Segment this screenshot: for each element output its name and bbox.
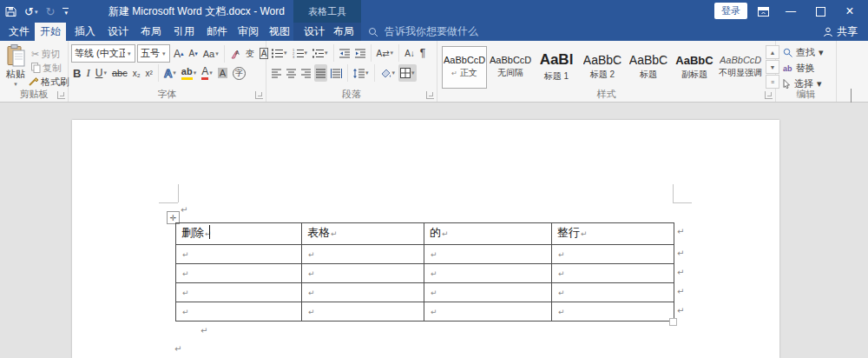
- quick-access-toolbar: ↺ ▾ ↻ ▾: [5, 0, 69, 23]
- table-cell[interactable]: ↵: [424, 283, 552, 302]
- shading-button[interactable]: ▾: [378, 64, 398, 82]
- justify-button[interactable]: [314, 64, 327, 82]
- style-heading1[interactable]: AaBl 标题 1: [534, 46, 579, 89]
- numbering-button[interactable]: 123 ▾: [291, 44, 310, 62]
- style-heading2[interactable]: AaBbC 标题 2: [580, 46, 625, 89]
- grow-font-button[interactable]: A▴: [172, 45, 186, 63]
- superscript-button[interactable]: x²: [144, 64, 155, 82]
- phonetic-guide-button[interactable]: 变: [244, 45, 256, 63]
- table-cell[interactable]: ↵: [552, 264, 674, 283]
- character-shading-button[interactable]: A: [216, 64, 229, 82]
- font-size-combo[interactable]: 五号 ▾: [137, 44, 170, 63]
- tab-layout[interactable]: 布局: [135, 23, 167, 41]
- highlight-button[interactable]: ab▾: [180, 64, 198, 82]
- decrease-indent-button[interactable]: [338, 44, 352, 62]
- document-area[interactable]: ↵ ✛ 删除↵ 表格↵ 的↵ 整行↵ ↵ ↵ ↵ ↵: [0, 103, 868, 358]
- tab-references[interactable]: 引用: [168, 23, 200, 41]
- table-cell[interactable]: ↵: [552, 302, 674, 322]
- increase-indent-button[interactable]: [353, 44, 367, 62]
- underline-button[interactable]: U▾: [94, 64, 108, 82]
- end-of-cell-mark: ↵: [558, 308, 565, 316]
- end-of-cell-mark: ↵: [182, 250, 189, 259]
- font-dialog-launcher[interactable]: [255, 91, 263, 99]
- clear-formatting-button[interactable]: A: [228, 45, 242, 63]
- end-of-row-mark: ↵: [677, 249, 684, 258]
- sort-button[interactable]: A↓: [403, 44, 417, 62]
- show-hide-marks-button[interactable]: ¶: [418, 44, 427, 62]
- tab-table-design[interactable]: 设计: [299, 23, 330, 41]
- table-cell[interactable]: ↵: [552, 283, 674, 302]
- tab-review[interactable]: 审阅: [233, 23, 264, 41]
- maximize-button[interactable]: [807, 0, 833, 23]
- table-cell[interactable]: 整行↵: [552, 223, 674, 245]
- bullets-button[interactable]: ▾: [270, 44, 289, 62]
- table-cell[interactable]: ↵: [176, 302, 302, 322]
- style-subtitle[interactable]: AaBbC 副标题: [672, 46, 717, 89]
- table-cell[interactable]: ↵: [302, 264, 424, 283]
- style-title[interactable]: AaBbC 标题: [626, 46, 671, 89]
- font-name-combo[interactable]: 等线 (中文正 ▾: [71, 44, 135, 63]
- paste-button[interactable]: 粘贴 ▾: [3, 44, 29, 88]
- shrink-font-button[interactable]: A▾: [187, 45, 200, 63]
- save-button[interactable]: [5, 6, 16, 17]
- italic-button[interactable]: I: [84, 64, 91, 82]
- asian-layout-button[interactable]: A⇄▾: [375, 44, 396, 62]
- table-cell[interactable]: ↵: [176, 245, 302, 264]
- align-left-button[interactable]: [270, 64, 283, 82]
- tab-mailings[interactable]: 邮件: [201, 23, 233, 41]
- table-cell[interactable]: ↵: [424, 245, 552, 264]
- share-button[interactable]: 共享: [823, 23, 858, 41]
- borders-button[interactable]: ▾: [398, 64, 417, 82]
- change-case-button[interactable]: Aa▾: [201, 45, 220, 63]
- table-resize-handle[interactable]: [669, 318, 677, 326]
- close-button[interactable]: ×: [837, 0, 863, 23]
- line-spacing-button[interactable]: ▾: [352, 64, 371, 82]
- clipboard-dialog-launcher[interactable]: [57, 91, 65, 99]
- tab-design[interactable]: 设计: [102, 23, 134, 41]
- margin-mark-topleft-h: [159, 202, 178, 203]
- distribute-button[interactable]: [329, 64, 344, 82]
- bold-button[interactable]: B: [71, 64, 82, 82]
- tell-me-search[interactable]: 告诉我你想要做什么: [368, 23, 478, 41]
- replace-button[interactable]: ab 替换: [783, 61, 824, 76]
- undo-button[interactable]: ↺ ▾: [24, 6, 37, 17]
- table-cell[interactable]: ↵: [176, 283, 302, 302]
- minimize-button[interactable]: —: [778, 0, 804, 23]
- style-no-spacing[interactable]: AaBbCcDc 无间隔: [488, 46, 533, 89]
- align-center-button[interactable]: [285, 64, 298, 82]
- text-effects-button[interactable]: A▾: [162, 64, 178, 82]
- qat-customize-button[interactable]: ▾: [62, 8, 69, 16]
- tab-file[interactable]: 文件: [3, 23, 35, 41]
- tab-home[interactable]: 开始: [35, 23, 66, 41]
- strikethrough-button[interactable]: abc: [110, 64, 129, 82]
- align-right-button[interactable]: [299, 64, 312, 82]
- font-color-button[interactable]: A▾: [200, 64, 214, 82]
- table-cell[interactable]: ↵: [424, 302, 552, 322]
- table-cell[interactable]: ↵: [176, 264, 302, 283]
- style-subtle-emphasis[interactable]: AaBbCcDc 不明显强调: [718, 46, 763, 89]
- enclose-characters-button[interactable]: 字: [231, 64, 247, 82]
- tab-insert[interactable]: 插入: [69, 23, 101, 41]
- table-cell[interactable]: 删除↵: [176, 223, 302, 245]
- paragraph-dialog-launcher[interactable]: [426, 91, 434, 99]
- multilevel-list-button[interactable]: ▾: [311, 44, 330, 62]
- subscript-button[interactable]: x₂: [131, 64, 142, 82]
- find-button[interactable]: 查找 ▾: [783, 45, 824, 60]
- signin-button[interactable]: 登录: [714, 3, 747, 19]
- table-cell[interactable]: ↵: [302, 283, 424, 302]
- styles-dialog-launcher[interactable]: [765, 91, 773, 99]
- table-cell[interactable]: ↵: [302, 302, 424, 322]
- table-cell[interactable]: 表格↵: [302, 223, 424, 245]
- table-cell[interactable]: ↵: [424, 264, 552, 283]
- style-sample: AaBbC: [675, 54, 713, 67]
- style-normal[interactable]: AaBbCcDc ↵ 正文: [442, 46, 487, 89]
- table-cell[interactable]: ↵: [552, 245, 674, 264]
- page[interactable]: ↵ ✛ 删除↵ 表格↵ 的↵ 整行↵ ↵ ↵ ↵ ↵: [72, 120, 779, 358]
- table-cell[interactable]: ↵: [302, 245, 424, 264]
- tab-view[interactable]: 视图: [264, 23, 295, 41]
- tab-table-layout[interactable]: 布局: [328, 23, 359, 41]
- redo-button[interactable]: ↻: [45, 6, 55, 17]
- ribbon-display-options-button[interactable]: [750, 0, 776, 23]
- table-cell[interactable]: 的↵: [424, 223, 552, 245]
- document-table[interactable]: 删除↵ 表格↵ 的↵ 整行↵ ↵ ↵ ↵ ↵ ↵ ↵ ↵ ↵: [175, 222, 674, 322]
